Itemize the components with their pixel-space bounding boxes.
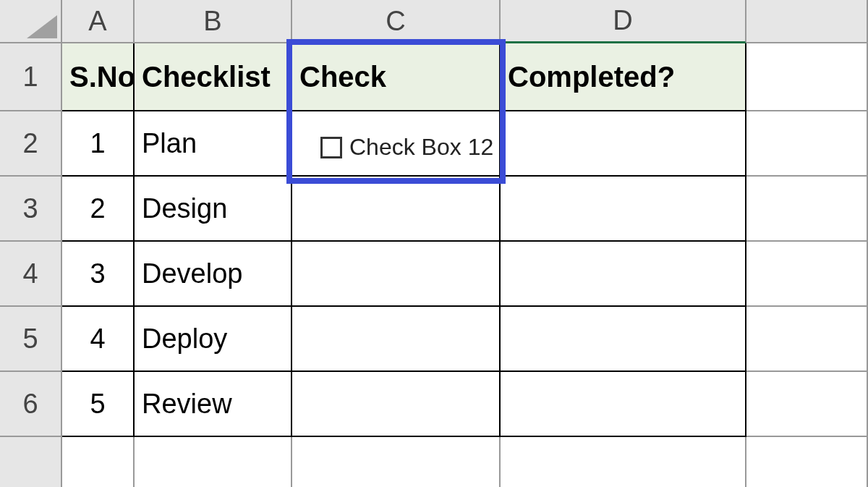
cell-B1[interactable]: Checklist — [135, 43, 292, 111]
row-header-3[interactable]: 3 — [0, 177, 62, 242]
cell-A6[interactable]: 5 — [62, 372, 135, 437]
cell-B6[interactable]: Review — [135, 372, 292, 437]
cell-E2[interactable] — [746, 111, 868, 177]
cell-A1[interactable]: S.No — [62, 43, 135, 111]
cell-C5[interactable] — [292, 307, 501, 372]
cell-B5[interactable]: Deploy — [135, 307, 292, 372]
cell-D4[interactable] — [501, 242, 746, 307]
cell-E6[interactable] — [746, 372, 868, 437]
cell-E3[interactable] — [746, 177, 868, 242]
cell-A7[interactable] — [62, 437, 135, 487]
row-header-1[interactable]: 1 — [0, 43, 62, 111]
cell-E1[interactable] — [746, 43, 868, 111]
cell-D6[interactable] — [501, 372, 746, 437]
cell-C4[interactable] — [292, 242, 501, 307]
cell-C1[interactable]: Check — [292, 43, 501, 111]
col-header-D[interactable]: D — [501, 0, 746, 43]
row-header-6[interactable]: 6 — [0, 372, 62, 437]
cell-B7[interactable] — [135, 437, 292, 487]
row-header-7[interactable] — [0, 437, 62, 487]
row-header-4[interactable]: 4 — [0, 242, 62, 307]
checkbox-icon[interactable] — [320, 137, 342, 158]
spreadsheet-grid: A B C D 1 S.No Checklist Check Completed… — [0, 0, 868, 487]
cell-D5[interactable] — [501, 307, 746, 372]
cell-A3[interactable]: 2 — [62, 177, 135, 242]
cell-D3[interactable] — [501, 177, 746, 242]
cell-E7[interactable] — [746, 437, 868, 487]
cell-C7[interactable] — [292, 437, 501, 487]
col-header-C[interactable]: C — [292, 0, 501, 43]
cell-D2[interactable] — [501, 111, 746, 177]
cell-B2[interactable]: Plan — [135, 111, 292, 177]
cell-C3[interactable] — [292, 177, 501, 242]
col-header-B[interactable]: B — [135, 0, 292, 43]
cell-A5[interactable]: 4 — [62, 307, 135, 372]
cell-C6[interactable] — [292, 372, 501, 437]
cell-E5[interactable] — [746, 307, 868, 372]
row-header-5[interactable]: 5 — [0, 307, 62, 372]
row-header-2[interactable]: 2 — [0, 111, 62, 177]
cell-B3[interactable]: Design — [135, 177, 292, 242]
cell-D1[interactable]: Completed? — [501, 43, 746, 111]
cell-D7[interactable] — [501, 437, 746, 487]
checkbox-control[interactable]: Check Box 12 — [320, 134, 493, 161]
cell-B4[interactable]: Develop — [135, 242, 292, 307]
cell-E4[interactable] — [746, 242, 868, 307]
cell-A4[interactable]: 3 — [62, 242, 135, 307]
col-header-E[interactable] — [746, 0, 868, 43]
cell-A2[interactable]: 1 — [62, 111, 135, 177]
col-header-A[interactable]: A — [62, 0, 135, 43]
checkbox-label: Check Box 12 — [349, 134, 493, 161]
select-all-corner[interactable] — [0, 0, 62, 43]
